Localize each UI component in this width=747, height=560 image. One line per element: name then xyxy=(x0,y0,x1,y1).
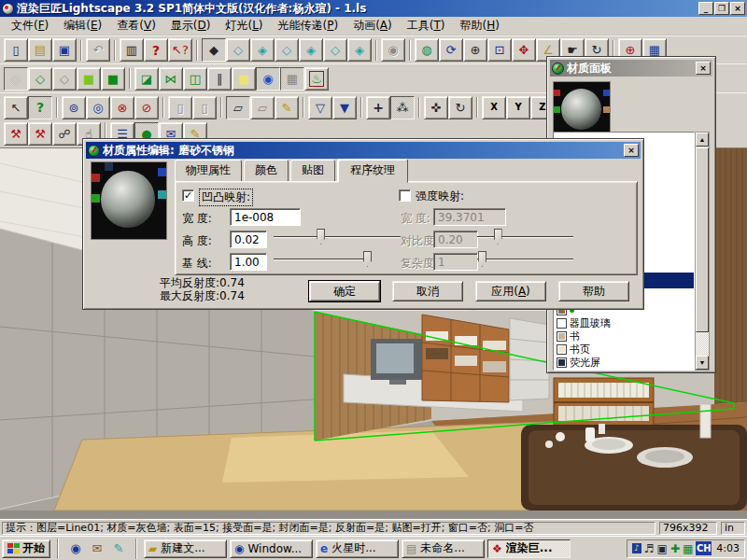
menu-file[interactable]: 文件(F) xyxy=(4,16,56,35)
help-button[interactable]: ? xyxy=(144,38,168,62)
context-help-button[interactable]: ↖? xyxy=(168,38,192,62)
hierarchy-select-button[interactable]: ⁂ xyxy=(390,96,415,119)
orient-face-button[interactable]: ⋈ xyxy=(159,67,183,91)
copy-page-button[interactable]: ▯ xyxy=(168,96,192,119)
dialog-title-bar[interactable]: 材质属性编辑: 磨砂不锈钢 × xyxy=(86,142,641,159)
wireframe-view-button[interactable]: ◇ xyxy=(226,38,250,62)
input-method-badge[interactable]: CH xyxy=(696,541,712,555)
orbit-view-button[interactable]: ⟳ xyxy=(439,38,463,62)
scroll-down-button[interactable]: ▼ xyxy=(696,356,709,370)
bump-base-field[interactable]: 1.00 xyxy=(230,253,267,271)
daylight-button[interactable]: ◉ xyxy=(256,67,280,91)
tray-midi-icon[interactable]: ♪ xyxy=(632,543,641,553)
material-panel-title-bar[interactable]: 材质面板 × xyxy=(550,60,712,77)
zoom-button[interactable]: ⊕ xyxy=(463,38,487,62)
pan-button[interactable]: ✥ xyxy=(512,38,536,62)
intensity-mapping-checkbox[interactable] xyxy=(399,189,411,202)
quicklaunch-mail-icon[interactable]: ✉ xyxy=(87,539,107,558)
start-button[interactable]: 开始 xyxy=(2,539,50,558)
save-button[interactable]: ▣ xyxy=(52,38,77,62)
menu-view[interactable]: 查看(V) xyxy=(109,16,163,35)
material-item[interactable]: 器皿玻璃 xyxy=(554,316,694,329)
tray-app-icon[interactable]: ✚ xyxy=(670,543,680,554)
scroll-up-button[interactable]: ▲ xyxy=(696,133,709,147)
menu-radiosity[interactable]: 光能传递(P) xyxy=(271,16,346,35)
flip-face-button[interactable]: ◪ xyxy=(134,67,159,91)
task-window-media[interactable]: ◉Window... xyxy=(230,539,313,558)
ghost-solid-button[interactable]: ◇ xyxy=(52,67,77,91)
minimize-button[interactable]: _ xyxy=(698,2,713,15)
tab-physical-properties[interactable]: 物理属性 xyxy=(175,160,242,182)
texture-toggle-button[interactable]: ▦ xyxy=(280,67,304,91)
rotate-button[interactable]: ↻ xyxy=(448,96,472,119)
wire-solid-button[interactable]: ◇ xyxy=(4,67,28,91)
textured-view-button[interactable]: ◈ xyxy=(347,38,372,62)
tab-texture[interactable]: 贴图 xyxy=(290,160,335,182)
help-button-dialog[interactable]: 帮助 xyxy=(558,281,629,301)
restore-button[interactable]: ❐ xyxy=(714,2,729,15)
axis-x-button[interactable]: X xyxy=(482,96,506,119)
undo-button[interactable]: ↶ xyxy=(86,38,110,62)
zoom-window-button[interactable]: ⊡ xyxy=(487,38,512,62)
menu-help[interactable]: 帮助(H) xyxy=(452,16,506,35)
menu-edit[interactable]: 编辑(E) xyxy=(56,16,109,35)
menu-animation[interactable]: 动画(A) xyxy=(345,16,400,35)
material-panel-close-button[interactable]: × xyxy=(696,62,711,75)
material-list-scrollbar[interactable]: ▲ ▼ xyxy=(695,132,710,371)
hidden-line-view-button[interactable]: ◈ xyxy=(250,38,275,62)
demolish-button[interactable]: ⚒ xyxy=(4,122,28,146)
material-item[interactable]: 荧光屏 xyxy=(554,356,694,369)
close-button[interactable]: × xyxy=(730,2,745,15)
menu-tools[interactable]: 工具(T) xyxy=(400,16,453,35)
tab-color[interactable]: 颜色 xyxy=(244,160,289,182)
select-radius-button[interactable]: ⊚ xyxy=(62,96,86,119)
select-surface-button[interactable]: ▱ xyxy=(226,96,250,119)
bump-height-slider[interactable] xyxy=(274,229,401,245)
open-button[interactable]: ▤ xyxy=(28,38,52,62)
tab-procedural-texture[interactable]: 程序纹理 xyxy=(337,159,408,183)
bump-width-field[interactable]: 1e-008 xyxy=(230,208,301,226)
deselect-radius-button[interactable]: ⊗ xyxy=(110,96,134,119)
single-face-view-button[interactable]: ◇ xyxy=(275,38,299,62)
shaded-view-button[interactable]: ◆ xyxy=(202,38,226,62)
swap-face-button[interactable]: ◫ xyxy=(183,67,207,91)
scrollbar-thumb[interactable] xyxy=(696,147,709,332)
select-arrow-button[interactable]: ↖ xyxy=(4,96,28,119)
task-lightscape[interactable]: ❖渲染巨... xyxy=(487,539,571,558)
render-button[interactable]: ◉ xyxy=(381,38,405,62)
print-button[interactable]: ▥ xyxy=(120,38,144,62)
filter-button[interactable]: ▽ xyxy=(308,96,332,119)
apply-button[interactable]: 应用(A) xyxy=(475,281,546,301)
task-mars-time[interactable]: e火星时... xyxy=(316,539,399,558)
add-selection-button[interactable]: + xyxy=(366,96,390,119)
demolish-all-button[interactable]: ⚒ xyxy=(28,122,52,146)
double-face-view-button[interactable]: ◈ xyxy=(299,38,323,62)
ok-button[interactable]: 确定 xyxy=(309,281,380,301)
bump-height-field[interactable]: 0.02 xyxy=(230,231,267,248)
axis-y-button[interactable]: Y xyxy=(506,96,530,119)
bump-mapping-checkbox[interactable]: ✓ xyxy=(182,189,194,202)
tray-volume-icon[interactable]: ♬ xyxy=(644,543,655,554)
color-swatch-button[interactable]: ■ xyxy=(232,67,256,91)
material-item[interactable]: 书 xyxy=(554,329,694,343)
solid-shaded-button[interactable]: ■ xyxy=(101,67,125,91)
task-untitled[interactable]: ▤未命名... xyxy=(402,539,485,558)
filter-select-button[interactable]: ▼ xyxy=(332,96,357,119)
walkthrough-button[interactable]: ☍ xyxy=(52,122,77,146)
menu-display[interactable]: 显示(D) xyxy=(163,16,218,35)
quicklaunch-player-icon[interactable]: ◉ xyxy=(65,539,86,558)
wire-green-button[interactable]: ◇ xyxy=(28,67,52,91)
material-item[interactable]: 书页 xyxy=(554,343,694,356)
dialog-close-button[interactable]: × xyxy=(624,144,639,157)
spray-button[interactable]: ✎ xyxy=(275,96,299,119)
cancel-button[interactable]: 取消 xyxy=(392,281,463,301)
flat-shaded-button[interactable]: ■ xyxy=(77,67,101,91)
menu-lighting[interactable]: 灯光(L) xyxy=(218,16,270,35)
smooth-edges-button[interactable]: ∥ xyxy=(207,67,232,91)
deselect-circle-button[interactable]: ⊘ xyxy=(134,96,159,119)
teapot-button[interactable]: ♨ xyxy=(304,67,329,91)
select-circle-button[interactable]: ◎ xyxy=(86,96,110,119)
select-mesh-button[interactable]: ▱ xyxy=(250,96,275,119)
quicklaunch-editor-icon[interactable]: ✎ xyxy=(108,539,129,558)
tray-display-icon[interactable]: ▦ xyxy=(683,543,693,554)
